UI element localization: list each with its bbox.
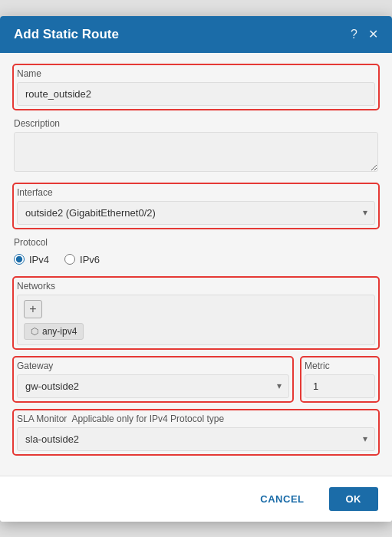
- sla-monitor-label: SLA Monitor: [17, 413, 67, 424]
- sla-monitor-select[interactable]: sla-outside2 sla-outside1: [17, 427, 375, 451]
- networks-group: Networks + ⬡ any-ipv4: [14, 278, 378, 348]
- close-icon[interactable]: ✕: [368, 27, 378, 41]
- ipv4-radio[interactable]: [14, 254, 25, 265]
- gateway-select[interactable]: gw-outside2 gw-outside1: [17, 374, 289, 398]
- interface-label: Interface: [17, 187, 375, 198]
- sla-monitor-group: SLA Monitor Applicable only for IPv4 Pro…: [14, 410, 378, 454]
- help-icon[interactable]: ?: [351, 28, 357, 41]
- network-tag-icon: ⬡: [31, 326, 38, 337]
- plus-icon: +: [29, 302, 36, 316]
- protocol-group: Protocol IPv4 IPv6: [14, 237, 378, 268]
- ipv4-label: IPv4: [29, 254, 49, 265]
- description-group: Description: [14, 118, 378, 175]
- protocol-options: IPv4 IPv6: [14, 251, 378, 268]
- networks-add-button[interactable]: +: [24, 300, 42, 318]
- metric-label: Metric: [305, 361, 375, 371]
- sla-label-row: SLA Monitor Applicable only for IPv4 Pro…: [17, 413, 375, 427]
- name-group: Name: [14, 65, 378, 109]
- modal-title: Add Static Route: [14, 27, 119, 42]
- ipv6-radio[interactable]: [64, 254, 75, 265]
- interface-select-wrapper: outside2 (GigabitEthernet0/2) outside1 (…: [17, 201, 375, 225]
- interface-select[interactable]: outside2 (GigabitEthernet0/2) outside1 (…: [17, 201, 375, 225]
- sla-monitor-sub-label: Applicable only for IPv4 Protocol type: [71, 413, 224, 424]
- modal-body: Name Description Interface outside2 (Gig…: [0, 53, 392, 476]
- header-icons: ? ✕: [351, 27, 378, 41]
- add-static-route-modal: Add Static Route ? ✕ Name Description In…: [0, 16, 392, 522]
- gateway-label: Gateway: [17, 361, 289, 371]
- metric-group: Metric: [301, 357, 378, 401]
- ipv6-radio-label[interactable]: IPv6: [64, 254, 100, 265]
- cancel-button[interactable]: CANCEL: [243, 487, 321, 511]
- modal-footer: CANCEL OK: [0, 476, 392, 522]
- ipv6-label: IPv6: [80, 254, 100, 265]
- network-tag-label: any-ipv4: [42, 326, 77, 337]
- network-tag: ⬡ any-ipv4: [24, 323, 84, 340]
- metric-input[interactable]: [305, 374, 375, 398]
- protocol-label: Protocol: [14, 237, 378, 248]
- ok-button[interactable]: OK: [329, 487, 379, 511]
- sla-monitor-select-wrapper: sla-outside2 sla-outside1 ▾: [17, 427, 375, 451]
- networks-label: Networks: [17, 281, 375, 292]
- modal-header: Add Static Route ? ✕: [0, 16, 392, 53]
- interface-group: Interface outside2 (GigabitEthernet0/2) …: [14, 184, 378, 228]
- gateway-select-wrapper: gw-outside2 gw-outside1 ▾: [17, 374, 289, 398]
- ipv4-radio-label[interactable]: IPv4: [14, 254, 49, 265]
- description-label: Description: [14, 118, 378, 129]
- networks-box: + ⬡ any-ipv4: [17, 295, 375, 345]
- gateway-metric-row: Gateway gw-outside2 gw-outside1 ▾ Metric: [14, 357, 378, 410]
- description-input[interactable]: [14, 132, 378, 172]
- name-label: Name: [17, 68, 375, 79]
- gateway-group: Gateway gw-outside2 gw-outside1 ▾: [14, 357, 292, 401]
- name-input[interactable]: [17, 82, 375, 106]
